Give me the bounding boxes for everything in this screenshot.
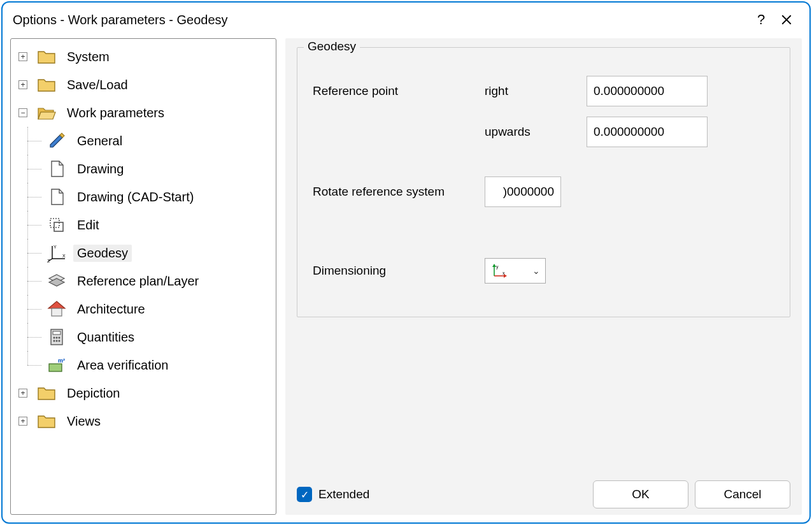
svg-text:Z: Z <box>47 259 50 263</box>
svg-point-16 <box>53 337 55 339</box>
right-label: right <box>485 84 580 98</box>
options-dialog: Options - Work parameters - Geodesy ? + … <box>1 1 811 524</box>
rotate-label: Rotate reference system <box>313 185 478 199</box>
svg-marker-12 <box>48 301 65 308</box>
expand-icon[interactable]: + <box>18 417 27 426</box>
axis-icon: Y X Z <box>46 243 67 263</box>
tree-item-views[interactable]: + Views <box>13 407 273 435</box>
expand-icon[interactable]: + <box>18 80 27 89</box>
layers-icon <box>46 271 67 291</box>
svg-point-20 <box>56 340 58 342</box>
document-icon <box>46 159 67 179</box>
dialog-footer: ✓ Extended OK Cancel <box>297 480 790 508</box>
tree-item-geodesy[interactable]: Y X Z Geodesy <box>44 239 273 267</box>
titlebar: Options - Work parameters - Geodesy ? <box>3 3 809 32</box>
tree-item-areaverif[interactable]: m² Area verification <box>44 351 273 379</box>
svg-rect-2 <box>54 222 63 231</box>
svg-point-18 <box>59 337 61 339</box>
content-panel: Geodesy Reference point right upwards Ro… <box>285 38 802 515</box>
dimensioning-label: Dimensioning <box>313 264 478 278</box>
reference-point-label: Reference point <box>313 84 478 98</box>
svg-text:x: x <box>502 271 505 275</box>
folder-icon <box>36 383 57 403</box>
rotate-input[interactable] <box>485 176 561 207</box>
calculator-icon <box>46 327 67 347</box>
svg-text:m²: m² <box>58 357 65 364</box>
house-icon <box>46 299 67 319</box>
svg-point-17 <box>56 337 58 339</box>
svg-point-21 <box>59 340 61 342</box>
xy-axis-icon: y x <box>490 263 508 278</box>
folder-icon <box>36 411 57 431</box>
svg-rect-22 <box>49 364 62 371</box>
svg-point-19 <box>53 340 55 342</box>
tree-item-quantities[interactable]: Quantities <box>44 323 273 351</box>
tree-item-drawing[interactable]: Drawing <box>44 155 273 183</box>
dialog-title: Options - Work parameters - Geodesy <box>13 13 748 27</box>
folder-icon <box>36 47 57 67</box>
svg-text:Y: Y <box>53 245 57 249</box>
svg-rect-13 <box>52 308 62 316</box>
folder-icon <box>36 75 57 95</box>
tree-item-workparams[interactable]: − Work parameters <box>13 99 273 127</box>
help-button[interactable]: ? <box>748 7 774 32</box>
tree-item-saveload[interactable]: + Save/Load <box>13 71 273 99</box>
svg-text:y: y <box>496 264 499 270</box>
tree-item-general[interactable]: General <box>44 127 273 155</box>
area-icon: m² <box>46 355 67 375</box>
tree-item-edit[interactable]: Edit <box>44 211 273 239</box>
collapse-icon[interactable]: − <box>18 108 27 117</box>
close-button[interactable] <box>774 7 799 32</box>
tree-item-depiction[interactable]: + Depiction <box>13 379 273 407</box>
document-icon <box>46 187 67 207</box>
cancel-button[interactable]: Cancel <box>695 480 790 508</box>
dimensioning-dropdown[interactable]: y x ⌄ <box>485 258 546 284</box>
tree-item-drawing-cad[interactable]: Drawing (CAD-Start) <box>44 183 273 211</box>
folder-open-icon <box>36 103 57 123</box>
tree-item-refplan[interactable]: Reference plan/Layer <box>44 267 273 295</box>
nav-tree: + System + Save/Load <box>10 38 276 515</box>
chevron-down-icon: ⌄ <box>532 266 540 276</box>
close-icon <box>781 14 792 25</box>
extended-label: Extended <box>318 487 369 501</box>
extended-checkbox[interactable]: ✓ <box>297 487 312 502</box>
ok-button[interactable]: OK <box>593 480 688 508</box>
geodesy-group: Geodesy Reference point right upwards Ro… <box>297 47 790 317</box>
right-input[interactable] <box>587 76 708 106</box>
svg-text:X: X <box>62 254 66 258</box>
group-title: Geodesy <box>304 40 360 54</box>
tree-item-architecture[interactable]: Architecture <box>44 295 273 323</box>
tree-item-system[interactable]: + System <box>13 43 273 71</box>
expand-icon[interactable]: + <box>18 389 27 398</box>
pencil-icon <box>46 131 67 151</box>
upwards-input[interactable] <box>587 117 708 147</box>
edit-icon <box>46 215 67 235</box>
upwards-label: upwards <box>485 125 580 139</box>
expand-icon[interactable]: + <box>18 52 27 61</box>
svg-rect-15 <box>53 331 61 334</box>
